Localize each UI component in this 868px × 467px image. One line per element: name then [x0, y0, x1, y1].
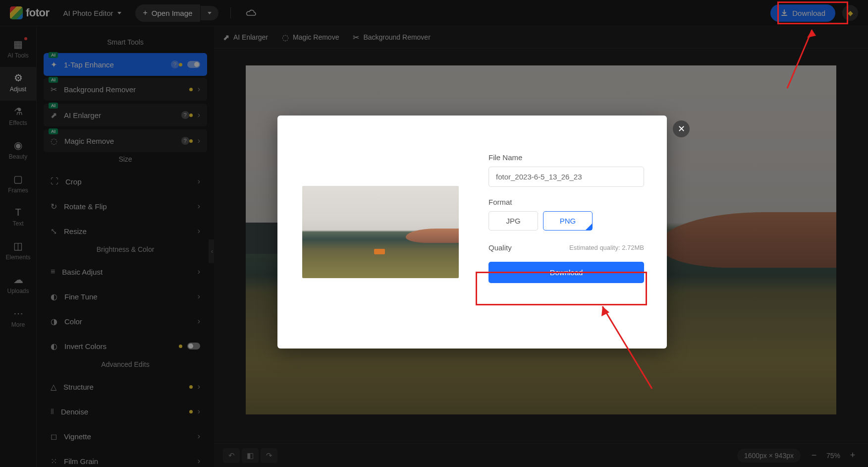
format-png-button[interactable]: PNG [543, 211, 593, 231]
quality-estimate: Estimated quality: 2.72MB [569, 244, 644, 251]
dialog-preview-pane [277, 116, 484, 349]
close-icon: ✕ [678, 123, 685, 134]
file-name-label: File Name [488, 153, 644, 162]
close-button[interactable]: ✕ [673, 120, 690, 137]
format-label: Format [488, 198, 644, 206]
thumb-subject [374, 249, 385, 254]
dialog-form-pane: File Name Format JPG PNG Quality Estimat… [484, 116, 667, 349]
preview-thumbnail [302, 186, 459, 278]
quality-label: Quality [488, 243, 512, 252]
dialog-download-button[interactable]: Download [488, 262, 644, 283]
file-name-input[interactable] [488, 167, 644, 187]
format-jpg-button[interactable]: JPG [488, 211, 538, 231]
download-dialog: ✕ File Name Format JPG PNG Quality Estim… [277, 116, 667, 349]
